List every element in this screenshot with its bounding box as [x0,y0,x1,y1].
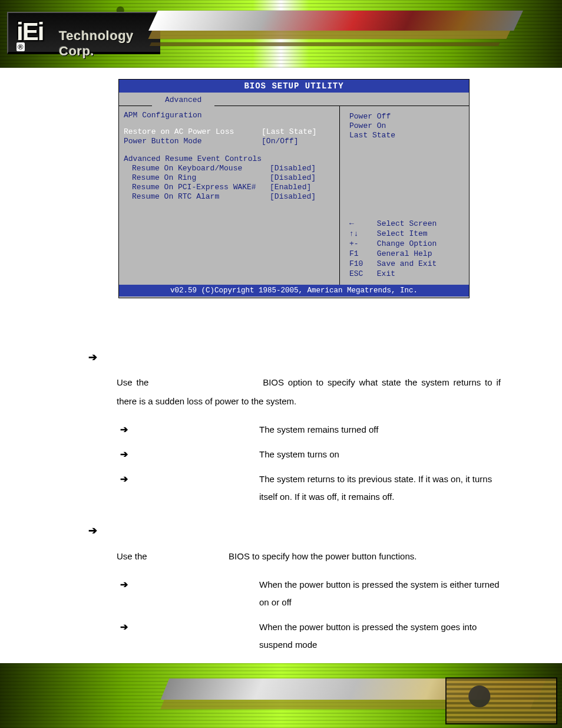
section-arrow-icon: ➔ [88,348,501,367]
option-row: ➔ The system returns to its previous sta… [120,470,501,506]
logo-brand: iEi [16,18,43,46]
bios-footer: v02.59 (C)Copyright 1985-2005, American … [119,285,469,297]
option-row: ➔ The system turns on [120,446,501,463]
opt-last-state-desc: The system returns to its previous state… [259,470,501,506]
row-arec-heading: Advanced Resume Event Controls [124,154,335,164]
help-opt-power-on: Power On [349,121,464,131]
row-restore-ac: Restore on AC Power Loss [Last State] [124,127,335,137]
bios-key-legend: ← Select Screen ↑↓ Select Item +- Change… [349,219,464,281]
apm-heading: APM Configuration [124,111,335,120]
arrow-icon: ➔ [120,618,144,636]
bios-left-pane: APM Configuration Restore on AC Power Lo… [119,106,340,285]
header-banner: iEi ® Technology Corp. [0,0,562,68]
row-resume-pcie: Resume On PCI-Express WAKE# [Enabled] [124,183,335,192]
logo-block: iEi ® Technology Corp. [7,12,160,54]
document-body: ➔ Use the BIOS option to specify what st… [88,348,501,661]
power-button-options: ➔ When the power button is pressed the s… [120,576,501,654]
bios-right-pane: Power Off Power On Last State ← Select S… [340,106,469,285]
bios-screenshot: BIOS SETUP UTILITY Advanced APM Configur… [119,80,469,298]
row-power-button-mode: Power Button Mode [On/Off] [124,137,335,146]
row-resume-rtc: Resume On RTC Alarm [Disabled] [124,192,335,202]
row-resume-ring: Resume On Ring [Disabled] [124,173,335,183]
row-resume-kbm: Resume On Keyboard/Mouse [Disabled] [124,164,335,173]
opt-suspend-desc: When the power button is pressed the sys… [259,618,501,654]
logo-tagline: Technology Corp. [59,28,160,59]
arrow-icon: ➔ [120,470,144,488]
bios-title: BIOS SETUP UTILITY [119,80,469,93]
option-row: ➔ The system remains turned off [120,421,501,439]
power-button-mode-description: Use the BIOS to specify how the power bu… [117,547,501,566]
bios-tab-advanced: Advanced [152,94,214,106]
restore-ac-description: Use the BIOS option to specify what stat… [117,373,501,410]
footer-banner [0,663,562,728]
help-opt-power-off: Power Off [349,112,464,121]
arrow-icon: ➔ [120,576,144,594]
bios-tab-bar: Advanced [119,93,469,106]
opt-power-off-desc: The system remains turned off [259,421,501,439]
section-arrow-icon: ➔ [88,521,501,541]
opt-power-on-desc: The system turns on [259,446,501,463]
help-opt-last-state: Last State [349,131,464,140]
opt-onoff-desc: When the power button is pressed the sys… [259,576,501,611]
restore-ac-options: ➔ The system remains turned off ➔ The sy… [120,421,501,506]
option-row: ➔ When the power button is pressed the s… [120,618,501,654]
chip-decor [445,677,557,724]
arrow-icon: ➔ [120,421,144,439]
option-row: ➔ When the power button is pressed the s… [120,576,501,611]
registered-mark: ® [16,42,25,51]
arrow-icon: ➔ [120,446,144,463]
